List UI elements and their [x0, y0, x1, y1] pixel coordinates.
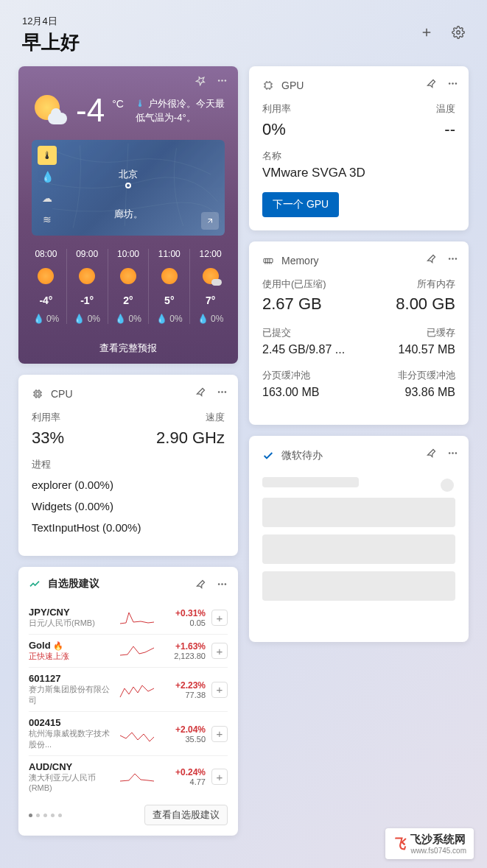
- weather-map[interactable]: 🌡 💧 ☁ ≋ 北京 廊坊。: [32, 140, 225, 236]
- skeleton-block: [262, 571, 455, 601]
- gpu-temp-label: 温度: [436, 102, 455, 116]
- next-gpu-button[interactable]: 下一个 GPU: [262, 192, 339, 217]
- stock-change: +1.63%: [161, 641, 206, 652]
- weather-description: 🌡户外很冷。今天最低气温为-4°。: [136, 96, 225, 125]
- svg-point-21: [225, 583, 227, 585]
- pagination-dots[interactable]: [29, 814, 62, 817]
- mem-commit: 2.45 GB/9.87 ...: [262, 343, 345, 356]
- weather-condition-icon: [32, 92, 69, 129]
- settings-icon[interactable]: [452, 26, 465, 39]
- stock-row[interactable]: Gold 🔥 正快速上涨 +1.63% 2,123.80 +: [29, 635, 228, 668]
- more-icon[interactable]: [447, 448, 458, 459]
- map-tab-wind[interactable]: ≋: [38, 210, 57, 229]
- util-label: 利用率: [32, 411, 60, 424]
- add-stock-button[interactable]: +: [211, 726, 228, 742]
- watermark-text: 飞沙系统网: [410, 833, 466, 847]
- add-stock-button[interactable]: +: [211, 643, 228, 659]
- forecast-hour[interactable]: 12:00 7° 💧 0%: [190, 249, 231, 324]
- speed-label: 速度: [206, 411, 225, 424]
- cpu-card: CPU 利用率 速度 33% 2.90 GHz 进程 explorer (0.0…: [18, 375, 238, 556]
- forecast-hour[interactable]: 08:00 -4° 💧 0%: [26, 249, 67, 324]
- stock-row[interactable]: 601127 赛力斯集团股份有限公司 +2.23% 77.38 +: [29, 668, 228, 712]
- cpu-icon: [32, 388, 43, 400]
- add-stock-button[interactable]: +: [211, 682, 228, 698]
- svg-rect-6: [35, 391, 41, 397]
- more-icon[interactable]: [217, 579, 228, 590]
- forecast-time: 11:00: [149, 249, 189, 259]
- skeleton-block: [262, 534, 455, 564]
- svg-point-16: [218, 391, 220, 393]
- weather-card[interactable]: -4 °C 🌡户外很冷。今天最低气温为-4°。 🌡 💧 ☁ ≋ 北京 廊坊。 0…: [18, 66, 238, 364]
- forecast-temp: 2°: [108, 294, 149, 306]
- forecast-hour[interactable]: 10:00 2° 💧 0%: [108, 249, 150, 324]
- watermark: 飞 飞沙系统网 www.fs0745.com: [385, 828, 474, 859]
- forecast-hour[interactable]: 11:00 5° 💧 0%: [149, 249, 190, 324]
- date-label: 12月4日: [22, 15, 465, 28]
- stock-row[interactable]: AUD/CNY 澳大利亚元/人民币(RMB) +0.24% 4.77 +: [29, 756, 228, 797]
- stock-symbol: AUD/CNY: [29, 761, 113, 772]
- more-icon[interactable]: [447, 78, 458, 89]
- memory-title: Memory: [281, 255, 319, 267]
- mem-nonpaged: 93.86 MB: [405, 386, 455, 399]
- gpu-util-label: 利用率: [262, 102, 291, 116]
- pin-icon[interactable]: [426, 78, 437, 89]
- stocks-title: 自选股建议: [48, 577, 99, 590]
- svg-point-17: [221, 391, 223, 393]
- gpu-title: GPU: [281, 80, 304, 91]
- stock-sparkline: [119, 681, 155, 699]
- processes-label: 进程: [32, 458, 225, 471]
- add-widget-icon[interactable]: [420, 26, 433, 39]
- svg-rect-22: [265, 82, 271, 88]
- pin-icon[interactable]: [426, 448, 437, 459]
- stock-row[interactable]: JPY/CNY 日元/人民币(RMB) +0.31% 0.05 +: [29, 601, 228, 635]
- stock-symbol: Gold 🔥: [29, 640, 113, 651]
- map-city-beijing: 北京: [119, 168, 138, 181]
- pin-icon[interactable]: [195, 75, 206, 86]
- svg-point-18: [225, 391, 227, 393]
- pin-icon[interactable]: [195, 387, 206, 398]
- skeleton-circle: [441, 479, 454, 492]
- forecast-condition-icon: [120, 268, 136, 284]
- forecast-hour[interactable]: 09:00 -1° 💧 0%: [67, 249, 108, 324]
- process-item: TextInputHost (0.00%): [32, 521, 225, 534]
- forecast-precip: 💧 0%: [190, 314, 231, 324]
- add-stock-button[interactable]: +: [211, 610, 228, 626]
- map-tab-cloud[interactable]: ☁: [38, 188, 57, 208]
- cpu-utilization: 33%: [32, 428, 64, 448]
- skeleton-block: [262, 498, 455, 527]
- mem-total-label: 所有内存: [417, 278, 455, 291]
- forecast-condition-icon: [79, 268, 95, 284]
- forecast-temp: -4°: [26, 294, 66, 306]
- view-full-forecast-link[interactable]: 查看完整预报: [18, 333, 238, 364]
- stock-change: +2.04%: [161, 724, 206, 735]
- pin-icon[interactable]: [195, 579, 206, 590]
- svg-point-3: [218, 80, 220, 82]
- greeting-label: 早上好: [22, 29, 465, 55]
- add-stock-button[interactable]: +: [211, 769, 228, 785]
- view-watchlist-button[interactable]: 查看自选股建议: [144, 805, 228, 825]
- mem-paged: 163.00 MB: [262, 386, 319, 399]
- pin-icon[interactable]: [426, 253, 437, 264]
- stock-subtitle: 日元/人民币(RMB): [29, 618, 113, 629]
- gpu-name-label: 名称: [262, 149, 455, 163]
- stock-row[interactable]: 002415 杭州海康威视数字技术股份... +2.04% 35.50 +: [29, 712, 228, 756]
- stock-price: 4.77: [161, 777, 206, 786]
- stock-change: +0.31%: [161, 608, 206, 618]
- map-tab-temp[interactable]: 🌡: [38, 146, 57, 165]
- stocks-icon: [29, 578, 41, 590]
- map-tab-rain[interactable]: 💧: [38, 167, 57, 186]
- svg-rect-7: [36, 392, 39, 395]
- more-icon[interactable]: [217, 75, 228, 86]
- more-icon[interactable]: [217, 387, 228, 398]
- mem-paged-label: 分页缓冲池: [262, 369, 310, 382]
- forecast-temp: -1°: [67, 294, 108, 306]
- svg-point-32: [452, 82, 454, 85]
- mem-used: 2.67 GB: [262, 294, 322, 314]
- stock-symbol: 002415: [29, 717, 113, 728]
- forecast-time: 08:00: [26, 249, 66, 259]
- map-expand-icon[interactable]: [201, 212, 219, 230]
- more-icon[interactable]: [447, 253, 458, 264]
- forecast-time: 10:00: [108, 249, 149, 259]
- cpu-title: CPU: [51, 388, 73, 400]
- gpu-utilization: 0%: [262, 120, 286, 139]
